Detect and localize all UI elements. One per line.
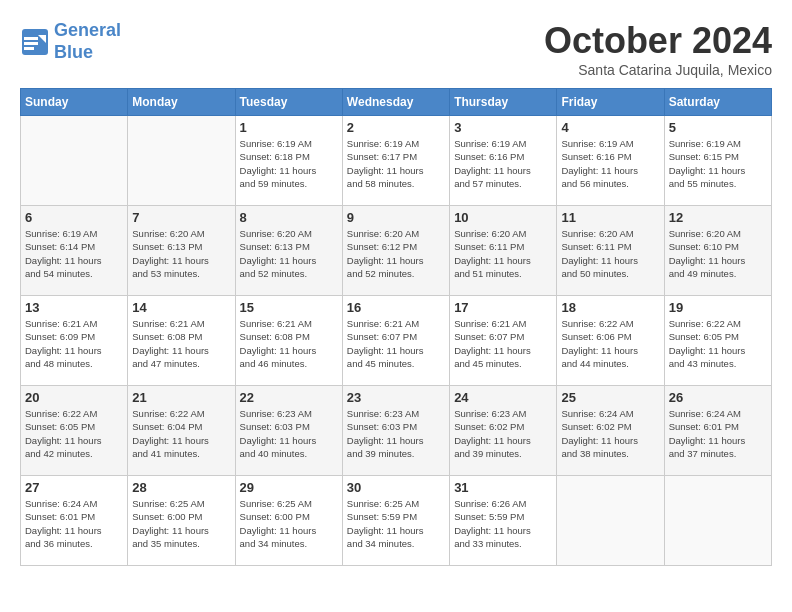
calendar-cell: 9Sunrise: 6:20 AM Sunset: 6:12 PM Daylig…: [342, 206, 449, 296]
day-number: 20: [25, 390, 123, 405]
day-number: 23: [347, 390, 445, 405]
day-info: Sunrise: 6:21 AM Sunset: 6:07 PM Dayligh…: [454, 317, 552, 370]
calendar-cell: 26Sunrise: 6:24 AM Sunset: 6:01 PM Dayli…: [664, 386, 771, 476]
calendar-cell: 30Sunrise: 6:25 AM Sunset: 5:59 PM Dayli…: [342, 476, 449, 566]
calendar-cell: 24Sunrise: 6:23 AM Sunset: 6:02 PM Dayli…: [450, 386, 557, 476]
logo-text: General Blue: [54, 20, 121, 63]
day-number: 9: [347, 210, 445, 225]
day-number: 18: [561, 300, 659, 315]
calendar-cell: 5Sunrise: 6:19 AM Sunset: 6:15 PM Daylig…: [664, 116, 771, 206]
day-info: Sunrise: 6:22 AM Sunset: 6:06 PM Dayligh…: [561, 317, 659, 370]
day-info: Sunrise: 6:22 AM Sunset: 6:05 PM Dayligh…: [669, 317, 767, 370]
weekday-header: Tuesday: [235, 89, 342, 116]
calendar-cell: 13Sunrise: 6:21 AM Sunset: 6:09 PM Dayli…: [21, 296, 128, 386]
calendar-week-row: 6Sunrise: 6:19 AM Sunset: 6:14 PM Daylig…: [21, 206, 772, 296]
day-number: 1: [240, 120, 338, 135]
svg-rect-2: [24, 37, 38, 40]
calendar-cell: 2Sunrise: 6:19 AM Sunset: 6:17 PM Daylig…: [342, 116, 449, 206]
day-number: 5: [669, 120, 767, 135]
day-number: 15: [240, 300, 338, 315]
calendar-cell: [21, 116, 128, 206]
day-number: 19: [669, 300, 767, 315]
day-info: Sunrise: 6:23 AM Sunset: 6:03 PM Dayligh…: [347, 407, 445, 460]
day-info: Sunrise: 6:25 AM Sunset: 6:00 PM Dayligh…: [132, 497, 230, 550]
calendar-cell: 23Sunrise: 6:23 AM Sunset: 6:03 PM Dayli…: [342, 386, 449, 476]
day-number: 27: [25, 480, 123, 495]
day-info: Sunrise: 6:25 AM Sunset: 6:00 PM Dayligh…: [240, 497, 338, 550]
day-info: Sunrise: 6:21 AM Sunset: 6:07 PM Dayligh…: [347, 317, 445, 370]
day-info: Sunrise: 6:22 AM Sunset: 6:05 PM Dayligh…: [25, 407, 123, 460]
calendar-week-row: 27Sunrise: 6:24 AM Sunset: 6:01 PM Dayli…: [21, 476, 772, 566]
calendar-cell: 25Sunrise: 6:24 AM Sunset: 6:02 PM Dayli…: [557, 386, 664, 476]
day-info: Sunrise: 6:19 AM Sunset: 6:15 PM Dayligh…: [669, 137, 767, 190]
calendar-cell: 22Sunrise: 6:23 AM Sunset: 6:03 PM Dayli…: [235, 386, 342, 476]
title-block: October 2024 Santa Catarina Juquila, Mex…: [544, 20, 772, 78]
weekday-header: Sunday: [21, 89, 128, 116]
month-title: October 2024: [544, 20, 772, 62]
day-number: 28: [132, 480, 230, 495]
day-info: Sunrise: 6:19 AM Sunset: 6:18 PM Dayligh…: [240, 137, 338, 190]
logo-icon: [20, 27, 50, 57]
day-info: Sunrise: 6:26 AM Sunset: 5:59 PM Dayligh…: [454, 497, 552, 550]
day-number: 2: [347, 120, 445, 135]
calendar-cell: 6Sunrise: 6:19 AM Sunset: 6:14 PM Daylig…: [21, 206, 128, 296]
day-info: Sunrise: 6:24 AM Sunset: 6:01 PM Dayligh…: [25, 497, 123, 550]
calendar-cell: 15Sunrise: 6:21 AM Sunset: 6:08 PM Dayli…: [235, 296, 342, 386]
calendar-cell: 19Sunrise: 6:22 AM Sunset: 6:05 PM Dayli…: [664, 296, 771, 386]
calendar-cell: 17Sunrise: 6:21 AM Sunset: 6:07 PM Dayli…: [450, 296, 557, 386]
calendar-cell: 16Sunrise: 6:21 AM Sunset: 6:07 PM Dayli…: [342, 296, 449, 386]
day-info: Sunrise: 6:19 AM Sunset: 6:16 PM Dayligh…: [561, 137, 659, 190]
calendar-table: SundayMondayTuesdayWednesdayThursdayFrid…: [20, 88, 772, 566]
day-info: Sunrise: 6:24 AM Sunset: 6:01 PM Dayligh…: [669, 407, 767, 460]
day-number: 21: [132, 390, 230, 405]
day-info: Sunrise: 6:19 AM Sunset: 6:17 PM Dayligh…: [347, 137, 445, 190]
day-info: Sunrise: 6:22 AM Sunset: 6:04 PM Dayligh…: [132, 407, 230, 460]
calendar-week-row: 1Sunrise: 6:19 AM Sunset: 6:18 PM Daylig…: [21, 116, 772, 206]
calendar-cell: [664, 476, 771, 566]
calendar-cell: 11Sunrise: 6:20 AM Sunset: 6:11 PM Dayli…: [557, 206, 664, 296]
day-number: 14: [132, 300, 230, 315]
day-info: Sunrise: 6:25 AM Sunset: 5:59 PM Dayligh…: [347, 497, 445, 550]
day-number: 4: [561, 120, 659, 135]
location: Santa Catarina Juquila, Mexico: [544, 62, 772, 78]
day-info: Sunrise: 6:20 AM Sunset: 6:10 PM Dayligh…: [669, 227, 767, 280]
day-number: 31: [454, 480, 552, 495]
calendar-cell: 28Sunrise: 6:25 AM Sunset: 6:00 PM Dayli…: [128, 476, 235, 566]
day-info: Sunrise: 6:21 AM Sunset: 6:09 PM Dayligh…: [25, 317, 123, 370]
day-number: 24: [454, 390, 552, 405]
calendar-cell: 20Sunrise: 6:22 AM Sunset: 6:05 PM Dayli…: [21, 386, 128, 476]
day-number: 10: [454, 210, 552, 225]
day-number: 17: [454, 300, 552, 315]
weekday-header: Friday: [557, 89, 664, 116]
calendar-cell: 31Sunrise: 6:26 AM Sunset: 5:59 PM Dayli…: [450, 476, 557, 566]
day-number: 25: [561, 390, 659, 405]
logo: General Blue: [20, 20, 121, 63]
day-info: Sunrise: 6:20 AM Sunset: 6:12 PM Dayligh…: [347, 227, 445, 280]
day-number: 7: [132, 210, 230, 225]
day-number: 6: [25, 210, 123, 225]
weekday-header-row: SundayMondayTuesdayWednesdayThursdayFrid…: [21, 89, 772, 116]
calendar-cell: 29Sunrise: 6:25 AM Sunset: 6:00 PM Dayli…: [235, 476, 342, 566]
calendar-cell: [128, 116, 235, 206]
day-number: 30: [347, 480, 445, 495]
day-number: 3: [454, 120, 552, 135]
day-number: 11: [561, 210, 659, 225]
calendar-cell: 14Sunrise: 6:21 AM Sunset: 6:08 PM Dayli…: [128, 296, 235, 386]
day-info: Sunrise: 6:23 AM Sunset: 6:02 PM Dayligh…: [454, 407, 552, 460]
day-info: Sunrise: 6:20 AM Sunset: 6:11 PM Dayligh…: [454, 227, 552, 280]
day-number: 29: [240, 480, 338, 495]
calendar-cell: 12Sunrise: 6:20 AM Sunset: 6:10 PM Dayli…: [664, 206, 771, 296]
calendar-cell: 3Sunrise: 6:19 AM Sunset: 6:16 PM Daylig…: [450, 116, 557, 206]
day-info: Sunrise: 6:19 AM Sunset: 6:16 PM Dayligh…: [454, 137, 552, 190]
weekday-header: Wednesday: [342, 89, 449, 116]
calendar-week-row: 20Sunrise: 6:22 AM Sunset: 6:05 PM Dayli…: [21, 386, 772, 476]
page-header: General Blue October 2024 Santa Catarina…: [20, 20, 772, 78]
calendar-cell: 4Sunrise: 6:19 AM Sunset: 6:16 PM Daylig…: [557, 116, 664, 206]
day-number: 12: [669, 210, 767, 225]
day-number: 16: [347, 300, 445, 315]
day-info: Sunrise: 6:21 AM Sunset: 6:08 PM Dayligh…: [132, 317, 230, 370]
weekday-header: Monday: [128, 89, 235, 116]
calendar-cell: 7Sunrise: 6:20 AM Sunset: 6:13 PM Daylig…: [128, 206, 235, 296]
calendar-cell: 10Sunrise: 6:20 AM Sunset: 6:11 PM Dayli…: [450, 206, 557, 296]
day-number: 26: [669, 390, 767, 405]
